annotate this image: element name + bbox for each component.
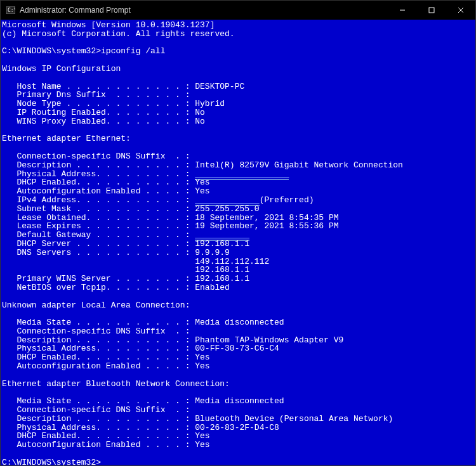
field-label: IPv4 Address. . . . . . . . . . . : [2, 195, 195, 205]
field-label: DHCP Enabled. . . . . . . . . . . : [2, 353, 195, 362]
field-label: Media State . . . . . . . . . . . : [2, 318, 195, 327]
field-value: 192.168.1.1 [195, 274, 249, 283]
field-value: 192.168.1.1 [195, 265, 249, 275]
field-value: Yes [195, 353, 209, 362]
titlebar[interactable]: C:\ Administrator: Command Prompt [1, 1, 475, 20]
field-label: Autoconfiguration Enabled . . . . : [2, 186, 195, 196]
command-text: ipconfig /all [101, 46, 165, 56]
field-value: 18 September, 2021 8:54:35 PM [195, 213, 338, 223]
svg-rect-3 [429, 8, 434, 13]
field-value: 00-FF-30-73-C6-C4 [195, 344, 279, 353]
field-value: Yes [195, 431, 209, 441]
padding [2, 257, 195, 266]
field-label: WINS Proxy Enabled. . . . . . . . : [2, 117, 195, 126]
field-label: Primary WINS Server . . . . . . . : [2, 274, 195, 283]
minimize-button[interactable] [388, 1, 417, 20]
window-title: Administrator: Command Prompt [20, 6, 388, 15]
field-value: 149.112.112.112 [195, 257, 269, 266]
field-value: No [195, 117, 205, 126]
adapter-header: Ethernet adapter Bluetooth Network Conne… [2, 379, 230, 389]
field-value: Bluetooth Device (Personal Area Network) [195, 414, 393, 424]
field-label: DHCP Enabled. . . . . . . . . . . : [2, 431, 195, 441]
field-label: Physical Address. . . . . . . . . : [2, 423, 195, 432]
field-value: 255.255.255.0 [195, 204, 259, 214]
field-label: Host Name . . . . . . . . . . . . : [2, 82, 195, 91]
field-value: 9.9.9.9 [195, 248, 230, 257]
window-buttons [388, 1, 475, 20]
field-label: Connection-specific DNS Suffix . : [2, 152, 190, 161]
field-value: No [195, 108, 205, 117]
adapter-header: Ethernet adapter Ethernet: [2, 134, 131, 143]
field-value: Media disconnected [195, 318, 284, 327]
field-label: Description . . . . . . . . . . . : [2, 414, 195, 424]
field-label: Connection-specific DNS Suffix . : [2, 327, 190, 336]
field-value: 192.168.1.1 [195, 239, 249, 249]
svg-text:C:\: C:\ [8, 8, 15, 13]
field-value: DESKTOP-PC [195, 82, 244, 91]
field-label: Connection-specific DNS Suffix . : [2, 405, 190, 415]
prompt-path: C:\WINDOWS\system32> [2, 458, 101, 465]
terminal-output[interactable]: Microsoft Windows [Version 10.0.19043.12… [1, 20, 475, 465]
field-label: Lease Expires . . . . . . . . . . : [2, 221, 195, 231]
field-label: Physical Address. . . . . . . . . : [2, 344, 195, 353]
banner-line: Microsoft Windows [Version 10.0.19043.12… [2, 20, 215, 30]
banner-line: (c) Microsoft Corporation. All rights re… [2, 29, 235, 39]
field-label: Physical Address. . . . . . . . . : [2, 169, 195, 179]
field-value: (Preferred) [260, 195, 314, 205]
field-label: Default Gateway . . . . . . . . . : [2, 230, 195, 240]
field-value: Phantom TAP-Windows Adapter V9 [195, 335, 343, 345]
field-label: Lease Obtained. . . . . . . . . . : [2, 213, 195, 223]
field-value: 00-26-83-2F-D4-C8 [195, 423, 279, 432]
field-value: Yes [195, 440, 209, 450]
field-label: IP Routing Enabled. . . . . . . . : [2, 108, 195, 117]
field-value: 19 September, 2021 8:55:36 PM [195, 221, 338, 231]
field-label: NetBIOS over Tcpip. . . . . . . . : [2, 283, 195, 292]
cmd-window: C:\ Administrator: Command Prompt Micros… [0, 0, 476, 466]
field-value: Yes [195, 186, 209, 196]
field-label: Description . . . . . . . . . . . : [2, 160, 195, 170]
field-value: Enabled [195, 283, 230, 292]
field-value: Hybrid [195, 99, 225, 108]
field-value: Intel(R) 82579V Gigabit Network Connecti… [195, 160, 403, 170]
maximize-button[interactable] [417, 1, 446, 20]
adapter-header: Unknown adapter Local Area Connection: [2, 301, 190, 310]
field-label: Autoconfiguration Enabled . . . . : [2, 361, 195, 371]
section-header: Windows IP Configuration [2, 64, 121, 74]
field-value: Yes [195, 178, 209, 187]
padding [2, 265, 195, 275]
field-label: Media State . . . . . . . . . . . : [2, 396, 195, 406]
field-label: Primary Dns Suffix . . . . . . . : [2, 90, 190, 100]
field-label: Autoconfiguration Enabled . . . . : [2, 440, 195, 450]
field-value: Media disconnected [195, 396, 284, 406]
prompt-path: C:\WINDOWS\system32> [2, 46, 101, 56]
field-label: Description . . . . . . . . . . . : [2, 335, 195, 345]
field-label: DHCP Server . . . . . . . . . . . : [2, 239, 195, 249]
field-label: Subnet Mask . . . . . . . . . . . : [2, 204, 195, 214]
field-label: Node Type . . . . . . . . . . . . : [2, 99, 195, 108]
field-label: DHCP Enabled. . . . . . . . . . . : [2, 178, 195, 187]
cmd-icon: C:\ [6, 5, 16, 15]
field-value: Yes [195, 361, 209, 371]
field-label: DNS Servers . . . . . . . . . . . : [2, 248, 195, 257]
close-button[interactable] [446, 1, 475, 20]
